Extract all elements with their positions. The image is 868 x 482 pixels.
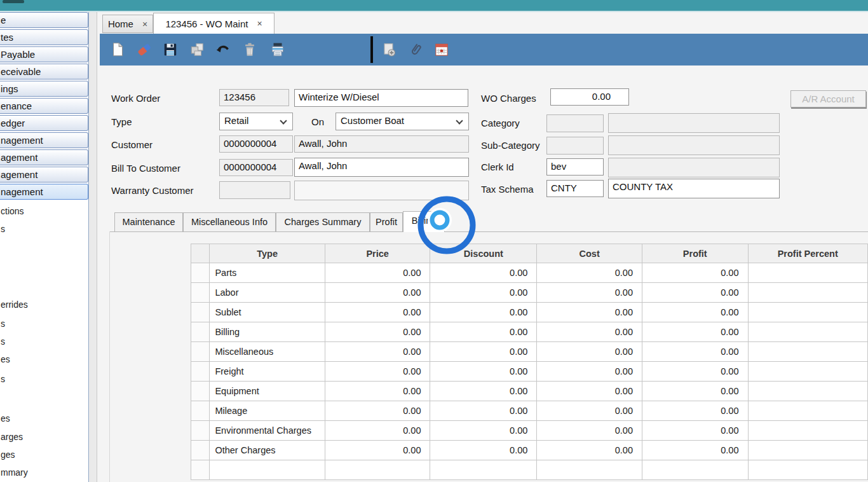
customer-number-field[interactable]: 0000000004 xyxy=(219,135,293,153)
table-row[interactable]: Parts0.000.000.000.00 xyxy=(191,263,868,283)
sidebar-link[interactable]: s xyxy=(1,319,5,329)
cell-discount: 0.00 xyxy=(430,441,537,460)
tab-home[interactable]: Home × xyxy=(102,15,153,33)
delete-icon[interactable] xyxy=(241,41,258,58)
col-profit-percent[interactable]: Profit Percent xyxy=(748,244,867,263)
col-price[interactable]: Price xyxy=(325,244,430,263)
type-label: Type xyxy=(111,116,132,127)
cell-price xyxy=(325,460,430,480)
table-row[interactable]: Billing0.000.000.000.00 xyxy=(191,322,868,342)
cell-cost: 0.00 xyxy=(537,421,642,441)
tab-charges-summary[interactable]: Charges Summary xyxy=(276,212,370,231)
tab-profit[interactable]: Profit xyxy=(370,212,403,231)
sidebar-link[interactable]: s xyxy=(1,374,5,384)
clerk-id-field[interactable]: bev xyxy=(546,158,604,176)
attachments-icon[interactable] xyxy=(408,41,424,58)
cell-price: 0.00 xyxy=(325,342,430,362)
type-select[interactable]: Retail xyxy=(219,113,293,130)
calendar-icon[interactable] xyxy=(433,41,450,58)
cell-price: 0.00 xyxy=(325,441,430,460)
cell-type: Freight xyxy=(210,362,325,382)
cell-discount: 0.00 xyxy=(430,362,537,382)
warranty-name-field xyxy=(294,181,469,200)
cell-sel xyxy=(191,362,210,382)
table-row[interactable]: Sublet0.000.000.000.00 xyxy=(191,303,868,322)
undo-icon[interactable] xyxy=(215,41,231,58)
bill-to-name-field[interactable]: Awall, John xyxy=(294,158,469,177)
sub-category-code-field[interactable] xyxy=(546,137,604,155)
cell-sel xyxy=(191,342,210,362)
table-row[interactable] xyxy=(191,460,868,480)
tab-wo-maint-close-icon[interactable]: × xyxy=(257,18,262,29)
sidebar-link[interactable]: mmary xyxy=(1,467,28,478)
table-row[interactable]: Miscellaneous0.000.000.000.00 xyxy=(191,342,868,362)
sidebar-link[interactable]: ctions xyxy=(1,206,24,216)
cell-type: Labor xyxy=(210,283,325,303)
sidebar-link[interactable]: es xyxy=(1,354,10,364)
cell-profit: 0.00 xyxy=(642,342,748,362)
cell-sel xyxy=(191,263,210,283)
tab-miscellaneous-info[interactable]: Miscellaneous Info xyxy=(183,212,276,231)
tax-schema-code-field[interactable]: CNTY xyxy=(546,180,604,197)
sidebar-link[interactable]: arges xyxy=(1,432,23,442)
sub-category-label: Sub-Category xyxy=(481,140,540,151)
tab-maintenance[interactable]: Maintenance xyxy=(114,212,183,231)
on-select[interactable]: Customer Boat xyxy=(336,113,469,130)
cell-sel xyxy=(191,382,210,401)
print-icon[interactable] xyxy=(269,41,286,58)
cell-profit_percent xyxy=(748,441,867,460)
col-cost[interactable]: Cost xyxy=(537,244,642,263)
cell-profit_percent xyxy=(748,303,867,322)
sidebar-link[interactable]: ges xyxy=(1,450,15,460)
charges-table: Type Price Discount Cost Profit Profit P… xyxy=(191,244,868,480)
cell-profit_percent xyxy=(748,382,867,401)
sidebar-link[interactable]: errides xyxy=(1,300,28,310)
col-type[interactable]: Type xyxy=(210,244,325,263)
tab-billing[interactable]: Billing xyxy=(403,211,445,232)
cell-type: Mileage xyxy=(210,401,325,421)
table-row[interactable]: Other Charges0.000.000.000.00 xyxy=(191,441,868,460)
table-row[interactable]: Equipment0.000.000.000.00 xyxy=(191,382,868,401)
cell-price: 0.00 xyxy=(325,362,430,382)
cell-cost: 0.00 xyxy=(537,283,642,303)
col-selector xyxy=(191,244,210,263)
sidebar-splitter[interactable] xyxy=(88,12,97,482)
work-order-description-field[interactable]: Winterize W/Diesel xyxy=(294,89,468,107)
bill-to-number-field[interactable]: 0000000004 xyxy=(219,159,293,176)
tab-home-close-icon[interactable]: × xyxy=(142,19,147,29)
save-icon[interactable] xyxy=(162,41,179,58)
work-order-number-field[interactable]: 123456 xyxy=(219,89,289,106)
sidebar-link[interactable]: es xyxy=(1,413,10,423)
table-row[interactable]: Mileage0.000.000.000.00 xyxy=(191,401,868,421)
cell-profit_percent xyxy=(748,421,867,441)
table-row[interactable]: Labor0.000.000.000.00 xyxy=(191,283,868,303)
category-code-field[interactable] xyxy=(546,114,604,132)
col-profit[interactable]: Profit xyxy=(642,244,748,263)
col-discount[interactable]: Discount xyxy=(430,244,537,263)
cell-profit: 0.00 xyxy=(642,322,748,342)
cell-type: Miscellaneous xyxy=(210,342,325,362)
cell-profit: 0.00 xyxy=(642,421,748,441)
cell-discount: 0.00 xyxy=(430,421,537,441)
cell-profit: 0.00 xyxy=(642,303,748,322)
cell-discount: 0.00 xyxy=(430,401,537,421)
table-row[interactable]: Freight0.000.000.000.00 xyxy=(191,362,868,382)
cell-price: 0.00 xyxy=(325,322,430,342)
cell-cost: 0.00 xyxy=(537,303,642,322)
cell-type: Equipment xyxy=(210,382,325,401)
tab-wo-maint[interactable]: 123456 - WO Maint × xyxy=(153,13,275,34)
cell-cost: 0.00 xyxy=(537,441,642,460)
new-document-icon[interactable] xyxy=(109,41,126,58)
bill-to-customer-label: Bill To Customer xyxy=(111,163,180,174)
sidebar-link[interactable]: s xyxy=(1,224,5,234)
tab-strip-line xyxy=(109,231,868,232)
eraser-icon[interactable] xyxy=(136,41,153,58)
save-as-icon[interactable] xyxy=(189,41,205,58)
tab-wo-maint-label: 123456 - WO Maint xyxy=(165,18,248,29)
warranty-number-field[interactable] xyxy=(219,181,290,199)
table-row[interactable]: Environmental Charges0.000.000.000.00 xyxy=(191,421,868,441)
ar-account-button[interactable]: A/R Account xyxy=(790,90,866,107)
add-document-icon[interactable] xyxy=(381,41,397,58)
tab-home-label: Home xyxy=(108,18,133,29)
sidebar-link[interactable]: s xyxy=(1,336,5,347)
